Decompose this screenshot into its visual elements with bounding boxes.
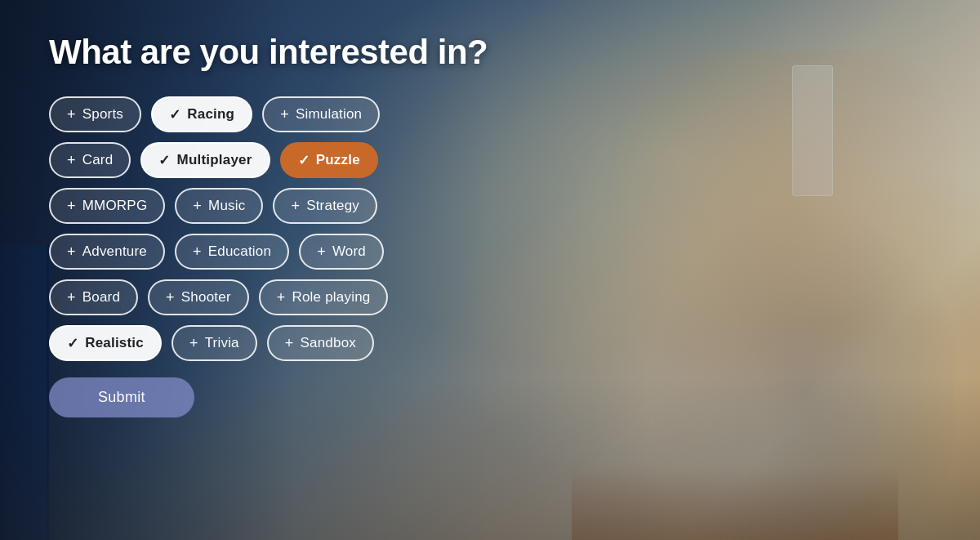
chips-row-3: +MMORPG+Music+Strategy xyxy=(49,188,523,224)
plus-icon: + xyxy=(67,290,76,305)
plus-icon: + xyxy=(277,290,286,305)
chip-label-mmorpg: MMORPG xyxy=(82,198,148,214)
chip-label-adventure: Adventure xyxy=(82,243,147,260)
check-icon: ✓ xyxy=(298,154,310,167)
chip-label-strategy: Strategy xyxy=(306,198,359,214)
chips-row-4: +Adventure+Education+Word xyxy=(49,234,523,270)
chip-label-board: Board xyxy=(82,289,120,306)
check-icon: ✓ xyxy=(158,154,170,167)
chip-label-music: Music xyxy=(208,198,245,214)
chip-sandbox[interactable]: +Sandbox xyxy=(267,325,374,361)
plus-icon: + xyxy=(67,107,76,122)
plus-icon: + xyxy=(193,244,202,259)
plus-icon: + xyxy=(280,107,289,122)
chip-label-shooter: Shooter xyxy=(181,289,231,306)
plus-icon: + xyxy=(166,290,175,305)
plus-icon: + xyxy=(189,336,198,350)
chip-label-sandbox: Sandbox xyxy=(301,335,357,351)
chip-label-puzzle: Puzzle xyxy=(316,152,360,168)
chip-multiplayer[interactable]: ✓Multiplayer xyxy=(140,142,270,178)
submit-button[interactable]: Submit xyxy=(49,377,194,417)
main-content: What are you interested in? +Sports✓Raci… xyxy=(0,0,980,540)
chip-label-racing: Racing xyxy=(187,106,234,123)
chip-label-education: Education xyxy=(208,243,271,260)
chip-adventure[interactable]: +Adventure xyxy=(49,234,165,270)
plus-icon: + xyxy=(193,199,202,213)
plus-icon: + xyxy=(67,244,76,259)
chip-trivia[interactable]: +Trivia xyxy=(172,325,257,361)
chips-container: +Sports✓Racing+Simulation+Card✓Multiplay… xyxy=(49,96,523,361)
plus-icon: + xyxy=(285,336,294,350)
plus-icon: + xyxy=(67,153,76,167)
chip-shooter[interactable]: +Shooter xyxy=(148,279,249,315)
chip-puzzle[interactable]: ✓Puzzle xyxy=(280,142,378,178)
chip-mmorpg[interactable]: +MMORPG xyxy=(49,188,165,224)
chips-row-1: +Sports✓Racing+Simulation xyxy=(49,96,523,132)
chip-realistic[interactable]: ✓Realistic xyxy=(49,325,162,361)
check-icon: ✓ xyxy=(67,337,78,350)
chips-row-5: +Board+Shooter+Role playing xyxy=(49,279,523,315)
chip-label-trivia: Trivia xyxy=(205,335,239,351)
plus-icon: + xyxy=(317,244,326,259)
chips-row-6: ✓Realistic+Trivia+Sandbox xyxy=(49,325,523,361)
plus-icon: + xyxy=(291,199,300,213)
check-icon: ✓ xyxy=(169,108,180,122)
chip-racing[interactable]: ✓Racing xyxy=(151,96,252,132)
chip-board[interactable]: +Board xyxy=(49,279,138,315)
chip-sports[interactable]: +Sports xyxy=(49,96,141,132)
chip-card[interactable]: +Card xyxy=(49,142,131,178)
chip-role-playing[interactable]: +Role playing xyxy=(259,279,389,315)
chip-simulation[interactable]: +Simulation xyxy=(262,96,380,132)
chip-label-role-playing: Role playing xyxy=(292,289,370,306)
chip-music[interactable]: +Music xyxy=(175,188,263,224)
chips-row-2: +Card✓Multiplayer✓Puzzle xyxy=(49,142,523,178)
chip-word[interactable]: +Word xyxy=(299,234,384,270)
chip-strategy[interactable]: +Strategy xyxy=(273,188,377,224)
page-title: What are you interested in? xyxy=(49,33,980,72)
chip-label-realistic: Realistic xyxy=(85,335,144,351)
chip-label-word: Word xyxy=(332,243,366,260)
chip-label-sports: Sports xyxy=(82,106,123,123)
chip-label-multiplayer: Multiplayer xyxy=(177,152,252,168)
plus-icon: + xyxy=(67,199,76,213)
chip-education[interactable]: +Education xyxy=(175,234,289,270)
chip-label-card: Card xyxy=(82,152,114,168)
chip-label-simulation: Simulation xyxy=(296,106,362,123)
